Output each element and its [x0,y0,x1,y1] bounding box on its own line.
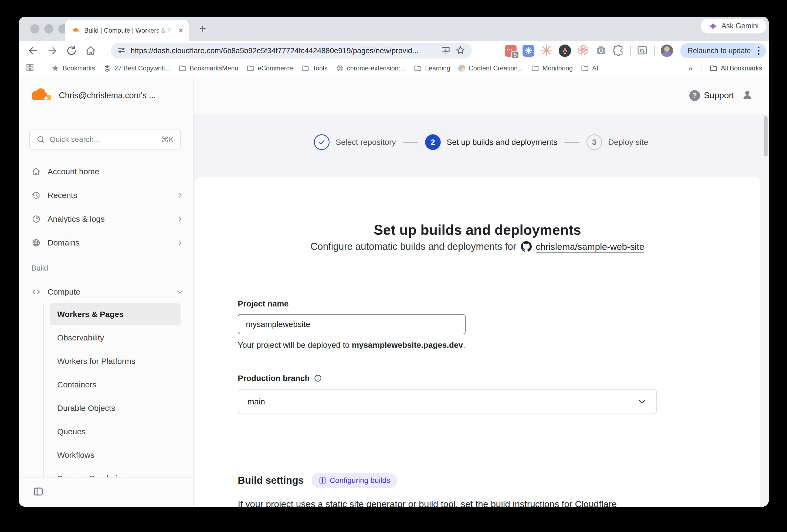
deploy-domain: mysamplewebsite.pages.dev [352,340,463,349]
user-icon[interactable] [741,89,753,102]
all-bookmarks-button[interactable]: All Bookmarks [709,64,762,72]
extensions-row: •••5 [505,41,673,60]
globe-icon [336,64,344,72]
bookmark-item[interactable]: Learning [414,64,450,72]
bookmark-item[interactable]: eCommerce [247,64,293,72]
extension-starburst-icon[interactable] [540,44,553,58]
extensions-puzzle-icon[interactable] [613,45,624,57]
folder-icon [247,64,255,72]
window-close-button[interactable] [30,24,39,34]
main-content: Select repository 2 Set up builds and de… [193,114,769,507]
sidebar-item-durable-objects[interactable]: Durable Objects [50,397,181,419]
reload-icon[interactable] [66,45,77,57]
repository-link[interactable]: chrislema/sample-web-site [520,241,644,252]
ask-gemini-button[interactable]: Ask Gemini [701,19,766,34]
tab-title: Build | Compute | Workers & P [84,27,178,34]
sidebar-item-workers-for-platforms[interactable]: Workers for Platforms [50,350,181,372]
window-minimize-button[interactable] [44,24,54,34]
extension-mic-icon[interactable] [559,45,571,57]
account-name[interactable]: Chris@chrislema.com's ... [59,91,156,101]
branch-select[interactable]: main [238,389,657,414]
sidebar-item-observability[interactable]: Observability [50,327,181,349]
project-name-label: Project name [238,299,289,308]
toolbar-divider [654,45,655,56]
install-icon[interactable] [441,45,451,56]
cloudflare-logo-icon[interactable] [27,87,53,105]
site-controls-icon[interactable] [117,46,126,56]
bookmark-item[interactable]: chrome-extension:... [336,64,406,72]
page-scrollbar[interactable] [764,116,768,156]
quick-search-box[interactable]: ⌘K [29,129,181,150]
step-current-circle: 2 [425,134,441,150]
tab-strip: Build | Compute | Workers & P × + Ask Ge… [19,17,769,41]
stepper-connector [403,142,418,143]
bookmark-star-icon[interactable] [455,45,465,56]
forward-icon[interactable] [46,45,58,57]
gemini-icon [708,22,718,31]
extension-camera-icon[interactable] [595,45,607,57]
sidebar-item-domains[interactable]: Domains [19,231,193,255]
help-icon: ? [689,90,700,101]
sidebar-item-compute[interactable]: Compute [19,281,193,303]
sidebar-item-workers-pages[interactable]: Workers & Pages [50,303,181,325]
apps-grid-icon[interactable] [25,63,35,74]
folder-icon [178,64,187,72]
sidebar: ⌘K Account home Recents Analytics & logs [19,114,193,507]
chevron-down-icon [637,397,647,407]
extension-red-icon[interactable]: •••5 [505,45,516,57]
layers-icon [103,64,111,72]
collapse-sidebar-icon[interactable] [33,486,44,498]
extension-flower-icon[interactable] [577,44,590,58]
deploy-note: Your project will be deployed to mysampl… [238,340,465,350]
build-section-label: Build [31,264,48,272]
relaunch-button[interactable]: Relaunch to update [680,43,766,58]
support-link[interactable]: ? Support [689,90,734,101]
side-panel-search-icon[interactable] [637,45,648,57]
dashboard-header: Chris@chrislema.com's ... ? Support [19,76,769,114]
sidebar-footer [19,477,193,507]
browser-menu-icon[interactable] [756,45,761,57]
sidebar-item-containers[interactable]: Containers [50,374,181,396]
back-icon[interactable] [27,45,39,57]
extension-badge: 5 [511,51,519,59]
configuring-builds-badge[interactable]: Configuring builds [312,473,397,488]
info-icon[interactable] [314,374,322,382]
bookmark-item[interactable]: AI [581,64,598,72]
page-title: Set up builds and deployments [195,222,760,238]
relaunch-label: Relaunch to update [688,47,751,55]
extension-blue-icon[interactable] [523,45,534,57]
home-icon [31,167,41,176]
profile-avatar[interactable] [661,45,673,57]
setup-card: Set up builds and deployments Configure … [195,177,760,507]
search-input[interactable] [50,135,157,144]
bookmark-item[interactable]: Bookmarks [51,64,95,72]
bookmark-item[interactable]: BookmarksMenu [178,64,238,72]
bookmarks-overflow-icon[interactable]: » [688,64,693,73]
cloudflare-favicon-icon [72,27,80,34]
sidebar-item-recents[interactable]: Recents [19,183,193,207]
bookmark-item[interactable]: Content Creation... [458,65,523,72]
build-settings-title: Build settings [238,475,304,486]
tab-close-icon[interactable]: × [178,26,183,35]
sidebar-item-analytics-logs[interactable]: Analytics & logs [19,207,193,231]
pie-chart-icon [31,214,41,224]
production-branch-row: Production branch [238,374,322,383]
bookmark-item[interactable]: Monitoring [531,64,573,72]
chevron-right-icon [176,192,184,199]
sidebar-item-queues[interactable]: Queues [50,421,181,443]
sidebar-item-browser-rendering[interactable]: Browser Rendering [50,467,181,477]
folder-icon [414,64,422,72]
address-bar[interactable]: https://dash.cloudflare.com/6b8a5b92e5f3… [111,43,472,59]
browser-tab[interactable]: Build | Compute | Workers & P × [65,20,189,41]
bookmark-item[interactable]: Tools [301,64,328,72]
home-icon[interactable] [85,45,97,57]
url-text[interactable]: https://dash.cloudflare.com/6b8a5b92e5f3… [131,46,436,55]
folder-icon [301,64,309,72]
new-tab-button[interactable]: + [199,23,206,35]
browser-toolbar: https://dash.cloudflare.com/6b8a5b92e5f3… [19,41,769,60]
sidebar-item-account-home[interactable]: Account home [19,160,193,183]
project-name-input[interactable] [238,314,466,334]
bookmark-item[interactable]: 27 Best Copywriti... [103,64,170,72]
sidebar-item-workflows[interactable]: Workflows [50,444,181,466]
chevron-down-icon [176,288,184,296]
